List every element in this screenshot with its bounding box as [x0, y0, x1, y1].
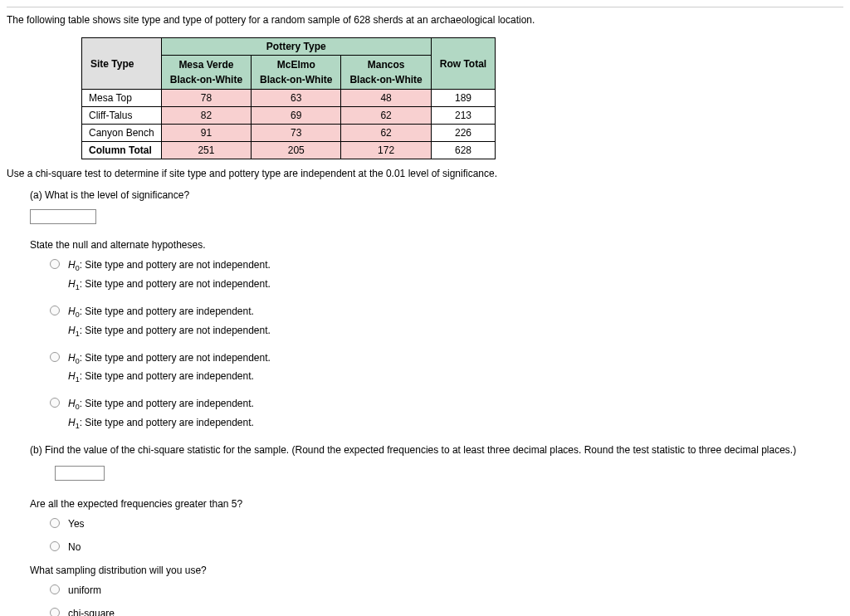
pottery-type-header: Pottery Type: [161, 38, 431, 56]
cell: 62: [341, 107, 431, 125]
hypothesis-option[interactable]: H0: Site type and pottery are independen…: [50, 396, 843, 434]
hypotheses-options: H0: Site type and pottery are not indepe…: [50, 257, 843, 434]
table-row: Mesa Top 78 63 48 189: [82, 90, 496, 107]
radio-icon[interactable]: [50, 584, 60, 594]
radio-icon[interactable]: [50, 306, 60, 315]
hypothesis-option[interactable]: H0: Site type and pottery are independen…: [50, 304, 843, 342]
dist-options: uniform chi-square binomial Student's t …: [50, 583, 843, 616]
part-b-question: (b) Find the value of the chi-square sta…: [30, 442, 843, 457]
row-label: Mesa Top: [82, 90, 162, 107]
dist-option[interactable]: uniform: [50, 583, 843, 598]
cell: 69: [252, 107, 341, 125]
chi-square-input[interactable]: [55, 466, 105, 481]
col-total: 205: [252, 142, 341, 159]
radio-icon[interactable]: [50, 518, 60, 528]
cell: 91: [161, 125, 251, 142]
grand-total: 628: [431, 142, 495, 159]
cell: 63: [252, 90, 341, 107]
hypothesis-option[interactable]: H0: Site type and pottery are not indepe…: [50, 350, 843, 389]
expected-freq-prompt: Are all the expected frequencies greater…: [30, 496, 843, 511]
col-header-1: McElmoBlack-on-White: [252, 56, 341, 90]
column-total-label: Column Total: [82, 142, 162, 159]
pottery-table: Site Type Pottery Type Row Total Mesa Ve…: [81, 37, 496, 159]
col-total: 172: [341, 142, 431, 159]
row-total: 189: [431, 90, 495, 107]
part-a-question: (a) What is the level of significance?: [30, 188, 843, 203]
dist-prompt: What sampling distribution will you use?: [30, 563, 843, 578]
hypotheses-prompt: State the null and alternate hypotheses.: [30, 237, 843, 252]
radio-icon[interactable]: [50, 352, 60, 362]
expected-freq-options: Yes No: [50, 516, 843, 555]
table-row: Cliff-Talus 82 69 62 213: [82, 107, 496, 125]
cell: 73: [252, 125, 341, 142]
radio-icon[interactable]: [50, 541, 60, 551]
cell: 48: [341, 90, 431, 107]
no-option[interactable]: No: [50, 540, 843, 555]
top-divider: [7, 7, 843, 7]
table-row: Canyon Bench 91 73 62 226: [82, 125, 496, 142]
cell: 62: [341, 125, 431, 142]
table-row-totals: Column Total 251 205 172 628: [82, 142, 496, 159]
hypothesis-option[interactable]: H0: Site type and pottery are not indepe…: [50, 257, 843, 296]
radio-icon[interactable]: [50, 398, 60, 408]
yes-option[interactable]: Yes: [50, 516, 843, 531]
chi-square-instruction: Use a chi-square test to determine if si…: [7, 166, 843, 181]
row-label: Canyon Bench: [82, 125, 162, 142]
cell: 78: [161, 90, 251, 107]
row-total-header: Row Total: [431, 38, 495, 90]
row-label: Cliff-Talus: [82, 107, 162, 125]
radio-icon[interactable]: [50, 259, 60, 269]
col-total: 251: [161, 142, 251, 159]
cell: 82: [161, 107, 251, 125]
intro-text: The following table shows site type and …: [7, 12, 843, 27]
col-header-2: MancosBlack-on-White: [341, 56, 431, 90]
significance-input[interactable]: [30, 209, 96, 224]
col-header-0: Mesa VerdeBlack-on-White: [161, 56, 251, 90]
dist-option[interactable]: chi-square: [50, 606, 843, 616]
pottery-table-wrap: Site Type Pottery Type Row Total Mesa Ve…: [81, 37, 843, 159]
radio-icon[interactable]: [50, 608, 60, 616]
row-total: 213: [431, 107, 495, 125]
site-type-header: Site Type: [82, 38, 162, 90]
row-total: 226: [431, 125, 495, 142]
